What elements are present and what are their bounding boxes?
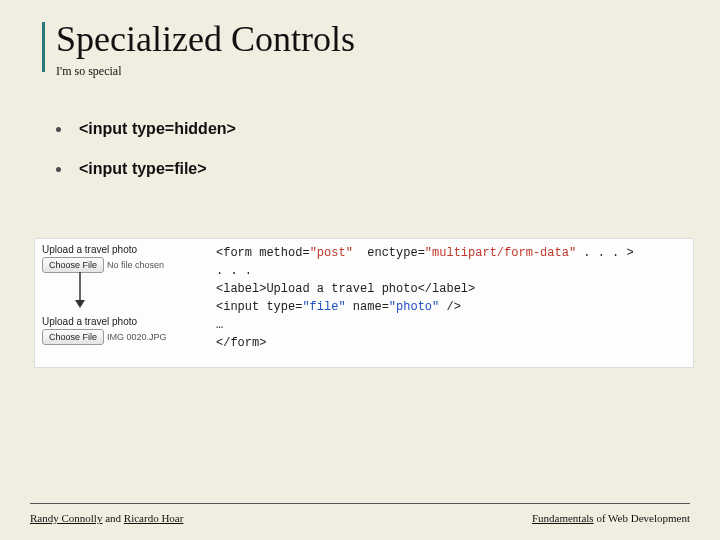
code-line: </form> — [216, 334, 634, 352]
code-line: <form method="post" enctype="multipart/f… — [216, 244, 634, 262]
bullet-dot-icon — [56, 127, 61, 132]
footer-authors: Randy Connolly and Ricardo Hoar — [30, 512, 183, 524]
bullet-list: <input type=hidden> <input type=file> — [56, 120, 236, 200]
code-example: <form method="post" enctype="multipart/f… — [216, 244, 634, 352]
upload-mock-before: Upload a travel photo Choose File No fil… — [42, 244, 164, 273]
upload-label: Upload a travel photo — [42, 244, 164, 255]
author-name: Randy Connolly — [30, 512, 102, 524]
svg-marker-1 — [75, 300, 85, 308]
slide-title: Specialized Controls — [56, 18, 355, 60]
choose-file-button: Choose File — [42, 329, 104, 345]
author-name: Ricardo Hoar — [124, 512, 184, 524]
code-line: <input type="file" name="photo" /> — [216, 298, 634, 316]
file-status: IMG 0020.JPG — [107, 332, 167, 342]
bullet-dot-icon — [56, 167, 61, 172]
upload-label: Upload a travel photo — [42, 316, 167, 327]
file-status: No file chosen — [107, 260, 164, 270]
upload-mock-after: Upload a travel photo Choose File IMG 00… — [42, 316, 167, 345]
code-line: <label>Upload a travel photo</label> — [216, 280, 634, 298]
bullet-item: <input type=hidden> — [56, 120, 236, 138]
footer-book-title: Fundamentals of Web Development — [532, 512, 690, 524]
footer-divider — [30, 503, 690, 504]
bullet-item: <input type=file> — [56, 160, 236, 178]
bullet-text: <input type=file> — [79, 160, 207, 178]
code-line: … — [216, 316, 634, 334]
arrow-down-icon — [70, 270, 90, 310]
title-accent-bar — [42, 22, 45, 72]
code-line: . . . — [216, 262, 634, 280]
slide-subtitle: I'm so special — [56, 64, 121, 79]
bullet-text: <input type=hidden> — [79, 120, 236, 138]
